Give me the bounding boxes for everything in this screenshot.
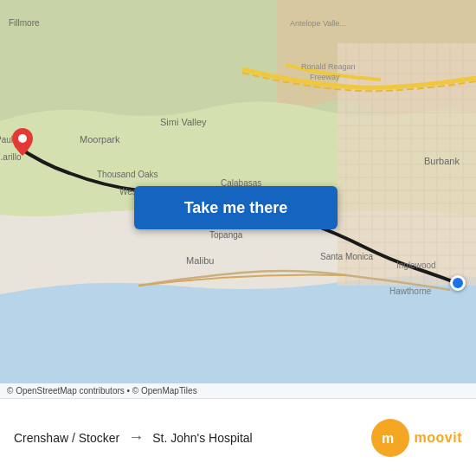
svg-text:Thousand Oaks: Thousand Oaks <box>97 170 158 179</box>
map-attribution: © OpenStreetMap contributors • © OpenMap… <box>0 383 476 398</box>
svg-text:Malibu: Malibu <box>186 255 214 266</box>
svg-text:Topanga: Topanga <box>209 230 243 240</box>
origin-pin <box>12 128 33 159</box>
map-area: Moorpark Simi Valley Thousand Oaks Westl… <box>0 0 476 398</box>
route-to: St. John's Hospital <box>152 431 253 445</box>
svg-text:Antelope Valle...: Antelope Valle... <box>290 19 346 28</box>
destination-dot <box>450 275 466 291</box>
moovit-logo: m moovit <box>371 419 462 457</box>
svg-point-46 <box>18 134 27 143</box>
route-arrow-icon: → <box>128 428 144 447</box>
svg-text:Santa Monica: Santa Monica <box>320 252 374 261</box>
route-info: Crenshaw / Stocker → St. John's Hospital <box>14 428 371 447</box>
take-me-there-button[interactable]: Take me there <box>134 186 338 229</box>
svg-text:Fillmore: Fillmore <box>9 18 40 28</box>
moovit-text: moovit <box>415 430 462 446</box>
svg-text:Inglewood: Inglewood <box>396 261 436 270</box>
svg-text:Hawthorne: Hawthorne <box>389 286 432 296</box>
svg-text:Simi Valley: Simi Valley <box>160 117 207 127</box>
svg-text:Burbank: Burbank <box>424 156 460 166</box>
moovit-icon: m <box>371 419 409 457</box>
svg-text:Ronald Reagan: Ronald Reagan <box>301 62 356 71</box>
bottom-bar: Crenshaw / Stocker → St. John's Hospital… <box>0 398 476 476</box>
svg-text:m: m <box>382 431 394 446</box>
svg-text:Moorpark: Moorpark <box>80 134 120 145</box>
route-from: Crenshaw / Stocker <box>14 431 119 445</box>
svg-text:Freeway: Freeway <box>310 73 340 81</box>
